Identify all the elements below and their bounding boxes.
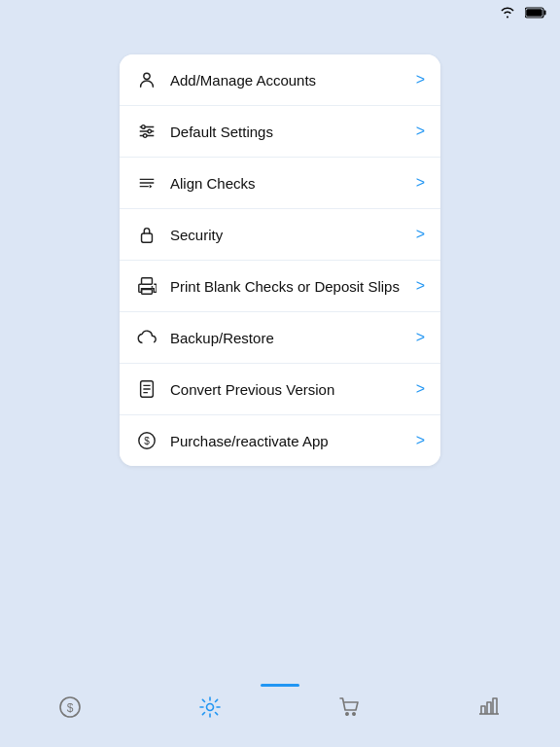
status-time-date [14, 6, 17, 19]
status-bar-right [500, 7, 546, 18]
settings-card: Add/Manage Accounts> Default Settings> A… [120, 54, 440, 466]
menu-row-align-checks[interactable]: Align Checks> [120, 158, 440, 209]
battery-icon [525, 7, 546, 18]
tab-cart[interactable] [318, 689, 382, 726]
gear-icon [197, 694, 223, 720]
chevron-purchase-reactivate: > [416, 432, 425, 449]
document-icon [135, 377, 158, 401]
chevron-backup-restore: > [416, 329, 425, 346]
menu-label-purchase-reactivate: Purchase/reactivate App [170, 433, 416, 449]
svg-point-26 [346, 713, 348, 715]
chevron-align-checks: > [416, 174, 425, 192]
svg-text:$: $ [67, 701, 74, 715]
menu-row-default-settings[interactable]: Default Settings> [120, 106, 440, 158]
tab-active-indicator [261, 684, 299, 687]
tab-dollar[interactable]: $ [38, 689, 102, 726]
menu-label-convert-previous-version: Convert Previous Version [170, 381, 416, 398]
svg-rect-15 [142, 290, 153, 295]
svg-rect-14 [142, 278, 153, 284]
svg-point-25 [207, 704, 214, 711]
dollar-icon: $ [135, 429, 158, 452]
chevron-print-blank-checks: > [416, 277, 425, 295]
menu-row-security[interactable]: Security> [120, 209, 440, 261]
dollar-circle-icon: $ [57, 694, 83, 720]
svg-point-8 [148, 129, 152, 133]
menu-label-add-manage-accounts: Add/Manage Accounts [170, 72, 416, 89]
sliders-icon [135, 120, 158, 143]
menu-row-backup-restore[interactable]: Backup/Restore> [120, 312, 440, 364]
chevron-add-manage-accounts: > [416, 71, 425, 89]
status-bar [0, 0, 560, 23]
page-title [0, 23, 560, 39]
svg-point-27 [353, 713, 355, 715]
cart-icon [337, 694, 363, 720]
svg-text:$: $ [144, 436, 150, 446]
svg-point-9 [143, 134, 147, 138]
tab-bar: $ [0, 677, 560, 747]
menu-label-security: Security [170, 227, 416, 243]
menu-row-purchase-reactivate[interactable]: $ Purchase/reactivate App> [120, 415, 440, 466]
svg-point-7 [142, 125, 146, 129]
svg-rect-2 [526, 9, 542, 17]
svg-point-16 [152, 286, 154, 288]
menu-row-convert-previous-version[interactable]: Convert Previous Version> [120, 364, 440, 415]
align-icon [135, 171, 158, 195]
chevron-security: > [416, 226, 425, 243]
svg-rect-13 [142, 233, 153, 242]
tab-settings[interactable] [178, 689, 242, 726]
svg-point-3 [144, 73, 150, 79]
menu-row-print-blank-checks[interactable]: Print Blank Checks or Deposit Slips> [120, 261, 440, 312]
main-content: Add/Manage Accounts> Default Settings> A… [0, 39, 560, 466]
person-icon [135, 68, 158, 91]
chevron-convert-previous-version: > [416, 380, 425, 398]
menu-label-default-settings: Default Settings [170, 124, 416, 140]
chevron-default-settings: > [416, 123, 425, 140]
lock-icon [135, 223, 158, 246]
tab-chart[interactable] [458, 689, 522, 726]
chart-icon [477, 694, 503, 720]
wifi-icon [500, 7, 515, 18]
menu-label-backup-restore: Backup/Restore [170, 330, 416, 346]
svg-rect-1 [544, 11, 546, 16]
menu-label-print-blank-checks: Print Blank Checks or Deposit Slips [170, 278, 416, 295]
printer-icon [135, 274, 158, 298]
menu-label-align-checks: Align Checks [170, 175, 416, 192]
cloud-icon [135, 326, 158, 349]
menu-row-add-manage-accounts[interactable]: Add/Manage Accounts> [120, 54, 440, 106]
